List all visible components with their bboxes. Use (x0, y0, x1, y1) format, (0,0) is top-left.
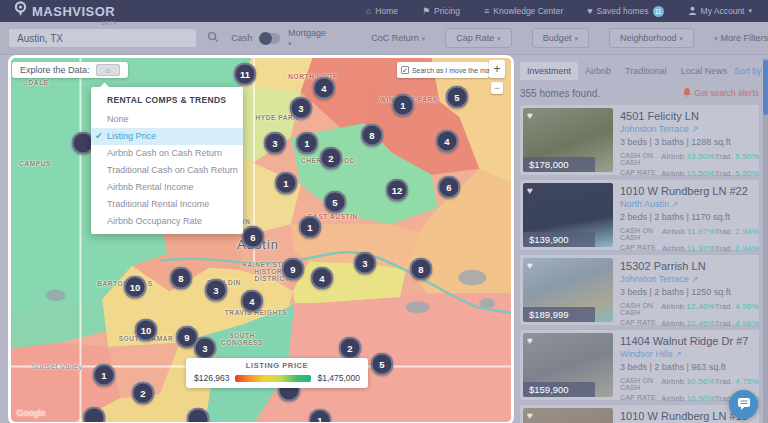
map-cluster-marker[interactable]: 8 (170, 267, 193, 290)
map-cluster-marker[interactable]: 4 (436, 130, 459, 153)
map-cluster-marker[interactable]: 3 (264, 132, 287, 155)
favorite-heart-icon[interactable]: ♥ (527, 260, 533, 271)
neighborhood-link[interactable]: Johnston Terrace ↗ (620, 274, 759, 284)
filter-neighborhood[interactable]: Neighborhood▾ (609, 28, 694, 48)
sidebar-scrollbar[interactable] (763, 58, 768, 423)
filter-more-filters[interactable]: ▾More Filters (714, 33, 768, 43)
traditional-stat: Trad. 2.94% (715, 227, 759, 241)
map-cluster-marker[interactable]: 5 (324, 191, 347, 214)
brand-logo[interactable]: MASHVISOR BETA (14, 1, 115, 21)
external-link-icon: ↗ (672, 200, 679, 209)
map-cluster-marker[interactable]: 5 (446, 86, 469, 109)
map-cluster-marker[interactable]: 2 (339, 337, 362, 360)
map-cluster-marker[interactable]: 1 (93, 364, 116, 387)
tab-airbnb[interactable]: Airbnb (578, 62, 618, 80)
tab-investment[interactable]: Investment (520, 62, 578, 80)
map-cluster-marker[interactable]: 10 (135, 319, 158, 342)
nav-item-pricing[interactable]: ⚑Pricing (422, 6, 460, 16)
favorite-heart-icon[interactable]: ♥ (527, 110, 533, 121)
favorite-heart-icon[interactable]: ♥ (527, 185, 533, 196)
map-cluster-marker[interactable]: 1 (299, 216, 322, 239)
property-photo: ♥$139,900 (523, 183, 613, 247)
favorite-heart-icon[interactable]: ♥ (527, 410, 533, 421)
map-panel[interactable]: ...DALENORTH LOOPWINDSOR PARKHYDE PARKCA… (8, 55, 514, 423)
property-card[interactable]: ♥$189,99915302 Parrish LNJohnston Terrac… (520, 255, 759, 325)
property-address[interactable]: 1010 W Rundberg LN #22 (620, 185, 759, 197)
favorite-heart-icon[interactable]: ♥ (527, 335, 533, 346)
property-card[interactable]: ♥1010 W Rundberg LN #18North Austin ↗ (520, 405, 759, 423)
dropdown-item-none[interactable]: None (91, 111, 243, 128)
search-icon[interactable] (207, 29, 219, 47)
map-cluster-marker[interactable]: 1 (275, 172, 298, 195)
map-cluster-marker[interactable]: 1 (296, 132, 319, 155)
neighborhood-link[interactable]: Johnston Terrace ↗ (620, 124, 759, 134)
dropdown-item-airbnb-rental-income[interactable]: Airbnb Rental Income (91, 179, 243, 196)
map-cluster-marker[interactable]: 4 (241, 290, 264, 313)
filter-coc-return[interactable]: CoC Return▾ (371, 33, 425, 43)
dropdown-item-traditional-rental-income[interactable]: Traditional Rental Income (91, 196, 243, 213)
scrollbar-thumb[interactable] (763, 60, 768, 115)
location-search-input[interactable] (8, 28, 197, 48)
map-cluster-marker[interactable]: 4 (311, 267, 334, 290)
knowledge-icon: ≡ (484, 6, 489, 16)
map-cluster-marker[interactable]: 4 (313, 77, 336, 100)
map-cluster-marker[interactable]: 3 (354, 252, 377, 275)
property-stats: CASH ON CASHAirbnb 13.50%Trad. 5.50%CAP … (620, 152, 759, 178)
traditional-stat: Trad. 2.94% (715, 244, 759, 253)
nav-item-saved-homes[interactable]: ♥Saved homes11 (587, 6, 663, 17)
chat-bubble-button[interactable] (729, 390, 758, 419)
map-cluster-marker[interactable]: 3 (205, 279, 228, 302)
property-card[interactable]: ♥$139,9001010 W Rundberg LN #22North Aus… (520, 180, 759, 250)
nav-item-home[interactable]: ⌂Home (366, 6, 398, 16)
map-cluster-marker[interactable]: 2 (132, 382, 155, 405)
tab-local-news[interactable]: Local News (674, 62, 735, 80)
property-card[interactable]: ♥$159,90011404 Walnut Ridge Dr #7Windsor… (520, 330, 759, 400)
map-cluster-marker[interactable]: 3 (194, 337, 217, 360)
property-address[interactable]: 15302 Parrish LN (620, 260, 759, 272)
stat-label: CAP RATE (620, 169, 661, 178)
map-cluster-marker[interactable]: 2 (320, 147, 343, 170)
dropdown-item-airbnb-cash-on-cash-return[interactable]: Airbnb Cash on Cash Return (91, 145, 243, 162)
neighborhood-link[interactable]: Windsor Hills ↗ (620, 349, 759, 359)
map-cluster-marker[interactable]: 8 (361, 124, 384, 147)
external-link-icon: ↗ (691, 125, 698, 134)
airbnb-stat-value: 13.50% (686, 152, 714, 161)
nav-item-knowledge-center[interactable]: ≡Knowledge Center (484, 6, 563, 16)
filter-cap-rate[interactable]: Cap Rate▾ (445, 28, 512, 48)
map-cluster-marker[interactable] (83, 407, 106, 423)
property-card[interactable]: ♥$178,0004501 Felicity LNJohnston Terrac… (520, 105, 759, 175)
nav-item-my-account[interactable]: My Account▾ (688, 6, 752, 17)
zoom-in-button[interactable]: + (489, 60, 505, 78)
airbnb-stat-value: 13.50% (686, 169, 714, 178)
cash-label[interactable]: Cash (231, 33, 252, 43)
property-address[interactable]: 4501 Felicity LN (620, 110, 759, 122)
map-cluster-marker[interactable] (187, 408, 210, 423)
map-cluster-marker[interactable]: 8 (410, 258, 433, 281)
nav-item-label: Pricing (434, 6, 460, 16)
map-attribution: Google (16, 408, 45, 418)
property-address[interactable]: 11404 Walnut Ridge Dr #7 (620, 335, 759, 347)
filter-budget[interactable]: Budget▾ (532, 28, 589, 48)
map-cluster-marker[interactable]: 10 (124, 276, 147, 299)
explore-home-button[interactable]: ⌂ (96, 64, 120, 76)
zoom-out-button[interactable]: − (491, 82, 503, 94)
map-cluster-marker[interactable]: 12 (386, 179, 409, 202)
dropdown-item-traditional-cash-on-cash-return[interactable]: Traditional Cash on Cash Return (91, 162, 243, 179)
cash-mortgage-toggle[interactable] (260, 33, 280, 44)
map-cluster-marker[interactable]: 6 (438, 176, 461, 199)
map-cluster-marker[interactable]: 5 (371, 353, 394, 376)
airbnb-stat-value: 10.50% (686, 394, 714, 403)
map-cluster-marker[interactable]: 9 (282, 258, 305, 281)
stat-row: CAP RATEAirbnb 11.97%Trad. 2.94% (620, 244, 759, 253)
map-cluster-marker[interactable]: 1 (392, 94, 415, 117)
map-cluster-marker[interactable]: 6 (242, 226, 265, 249)
map-cluster-marker[interactable]: 3 (290, 97, 313, 120)
get-search-alerts-button[interactable]: Get search alerts (683, 88, 759, 99)
search-as-move-checkbox[interactable]: ✓ (401, 66, 409, 74)
dropdown-item-listing-price[interactable]: ✔Listing Price (91, 128, 243, 145)
dropdown-item-airbnb-occupancy-rate[interactable]: Airbnb Occupancy Rate (91, 213, 243, 230)
map-cluster-marker[interactable]: 11 (234, 63, 257, 86)
neighborhood-link[interactable]: North Austin ↗ (620, 199, 759, 209)
tab-traditional[interactable]: Traditional (618, 62, 674, 80)
mortgage-label[interactable]: Mortgage ▾ (288, 28, 327, 48)
